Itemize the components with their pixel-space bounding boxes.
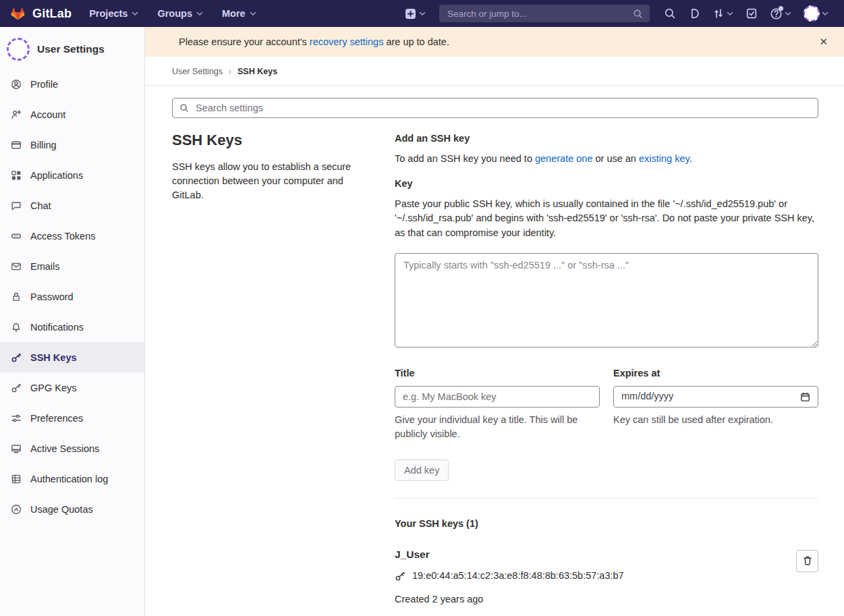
alert-text-before: Please ensure your account's [179,36,310,47]
user-avatar [7,38,30,61]
issues-button[interactable] [682,0,706,27]
sidebar-item-gpg-keys[interactable]: GPG Keys [0,372,144,403]
ssh-key-item: J_User 19:e0:44:a5:14:c2:3a:e8:f8:48:8b:… [395,547,818,616]
calendar-icon[interactable] [800,392,810,402]
chevron-down-icon [419,11,426,16]
nav-groups[interactable]: Groups [157,8,203,19]
monitor-icon [11,443,22,454]
alert-text-after: are up to date. [383,36,449,47]
sidebar-item-notifications[interactable]: Notifications [0,312,144,342]
sidebar-item-label: Preferences [30,413,83,424]
title-field-group: Title Give your individual key a title. … [395,366,600,442]
token-icon [11,231,22,242]
close-icon[interactable]: ✕ [814,33,833,51]
billing-icon [11,140,22,150]
search-button[interactable] [658,0,682,27]
sidebar-item-label: Applications [30,170,83,181]
ssh-key-textarea[interactable] [395,253,818,347]
sidebar-item-label: Authentication log [30,474,108,484]
ssh-key-created: Created 2 years ago [395,592,796,607]
chevron-right-icon: › [229,67,231,76]
gitlab-logo[interactable]: GitLab [9,5,72,22]
section-divider [395,498,818,499]
bell-icon [11,322,22,333]
sidebar-item-label: Profile [30,79,58,90]
chevron-down-icon [250,11,256,16]
user-menu-button[interactable] [797,0,835,27]
key-field-label: Key [395,177,818,192]
ssh-key-title[interactable]: J_User [395,547,796,562]
page-layout: User Settings Profile Account Billing Ap… [0,27,844,616]
intro-text: . [690,153,692,164]
sidebar-item-label: Emails [30,261,60,272]
sidebar-item-billing[interactable]: Billing [0,130,144,160]
settings-search [172,98,818,118]
log-table-icon [11,474,22,484]
merge-request-icon [712,7,725,20]
ssh-key-fingerprint: 19:e0:44:a5:14:c2:3a:e8:f8:48:8b:63:5b:5… [412,569,624,584]
todo-check-icon [745,7,758,20]
title-input[interactable] [395,386,600,408]
sidebar-item-label: Chat [30,200,51,211]
breadcrumb-user-settings[interactable]: User Settings [172,67,223,76]
new-menu-button[interactable] [399,8,431,20]
breadcrumb: User Settings › SSH Keys [145,57,844,86]
ssh-keys-section: SSH Keys SSH keys allow you to establish… [172,132,818,616]
sidebar-item-profile[interactable]: Profile [0,69,144,99]
sidebar-item-emails[interactable]: Emails [0,251,144,281]
generate-one-link[interactable]: generate one [535,153,592,164]
sidebar-item-ssh-keys[interactable]: SSH Keys [0,342,144,372]
sidebar-item-preferences[interactable]: Preferences [0,403,144,433]
add-key-button[interactable]: Add key [395,459,449,481]
settings-search-input[interactable] [194,102,811,114]
existing-key-link[interactable]: existing key [639,153,690,164]
email-icon [11,261,22,272]
global-search-input[interactable] [446,8,627,20]
sidebar-item-label: Password [30,291,74,302]
nav-projects[interactable]: Projects [89,8,138,19]
section-description: SSH Keys SSH keys allow you to establish… [172,132,395,616]
page-title: SSH Keys [172,132,364,149]
sidebar-item-usage-quotas[interactable]: Usage Quotas [0,494,144,524]
avatar [804,5,820,22]
sidebar-item-password[interactable]: Password [0,281,144,312]
sidebar-item-authentication-log[interactable]: Authentication log [0,464,144,494]
delete-key-button[interactable] [796,550,818,572]
merge-requests-button[interactable] [706,0,739,27]
nav-more[interactable]: More [222,8,256,19]
sidebar-item-applications[interactable]: Applications [0,160,144,190]
expires-date-input[interactable]: mm/dd/yyyy [613,386,818,408]
section-form: Add an SSH key To add an SSH key you nee… [395,132,818,616]
key-field-help: Paste your public SSH key, which is usua… [395,197,818,241]
page-description: SSH keys allow you to establish a secure… [172,160,364,202]
sidebar-item-account[interactable]: Account [0,99,144,130]
sidebar-item-active-sessions[interactable]: Active Sessions [0,433,144,464]
expires-field-group: Expires at mm/dd/yyyy Key can still be u… [613,366,818,442]
plus-square-icon [405,8,416,20]
sidebar-item-label: Billing [30,140,57,150]
chat-icon [11,200,22,211]
intro-text: or use an [592,153,639,164]
todos-button[interactable] [739,0,764,27]
recovery-settings-link[interactable]: recovery settings [310,36,384,47]
chevron-down-icon [196,11,203,16]
navbar-menu: Projects Groups More [89,8,256,19]
recovery-settings-alert: Please ensure your account's recovery se… [145,27,844,57]
chevron-down-icon [727,11,733,16]
main-content: Please ensure your account's recovery se… [145,27,844,616]
ssh-key-info: J_User 19:e0:44:a5:14:c2:3a:e8:f8:48:8b:… [395,547,796,616]
nav-more-label: More [222,8,246,19]
add-ssh-key-heading: Add an SSH key [395,132,818,146]
navbar-right [399,0,835,27]
sidebar-item-label: Account [30,109,65,120]
intro-text: To add an SSH key you need to [395,153,535,164]
password-lock-icon [11,291,22,302]
title-expires-row: Title Give your individual key a title. … [395,366,818,442]
help-button[interactable] [764,0,797,27]
sliders-icon [11,413,22,424]
search-icon [633,9,643,19]
sidebar-item-access-tokens[interactable]: Access Tokens [0,221,144,251]
nav-projects-label: Projects [89,8,128,19]
sidebar-item-chat[interactable]: Chat [0,190,144,221]
sidebar-item-label: Usage Quotas [30,504,93,515]
